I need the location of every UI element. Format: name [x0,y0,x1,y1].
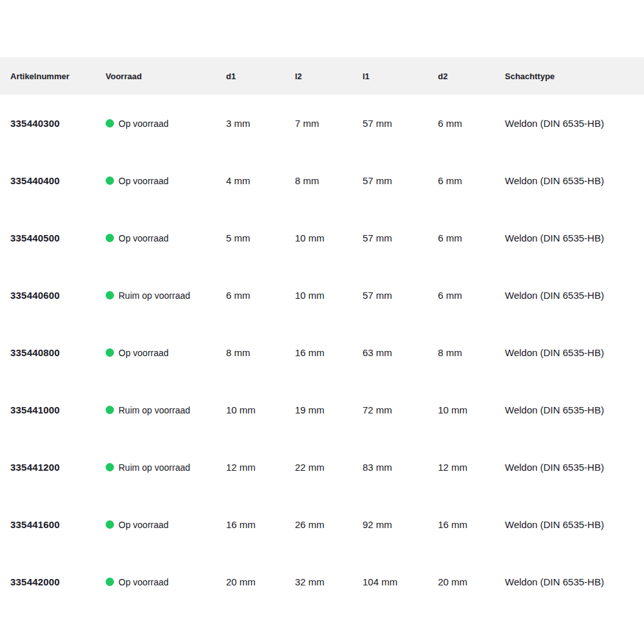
cell-schachttype: Weldon (DIN 6535-HB) [505,290,644,301]
cell-schachttype: Weldon (DIN 6535-HB) [505,118,644,129]
cell-l2: 22 mm [295,462,363,473]
product-spec-table: Artikelnummer Voorraad d1 l2 l1 d2 Schac… [0,57,644,611]
cell-voorraad: Op voorraad [106,233,226,243]
table-row: 335440500 Op voorraad 5 mm 10 mm 57 mm 6… [0,209,644,267]
cell-schachttype: Weldon (DIN 6535-HB) [505,576,644,587]
cell-voorraad: Op voorraad [106,520,226,530]
table-row: 335440800 Op voorraad 8 mm 16 mm 63 mm 8… [0,324,644,381]
cell-l2: 16 mm [295,347,363,358]
stock-dot-icon [106,406,114,414]
cell-d2: 6 mm [438,232,505,243]
stock-dot-icon [106,348,114,357]
cell-schachttype: Weldon (DIN 6535-HB) [505,404,644,415]
cell-schachttype: Weldon (DIN 6535-HB) [505,232,644,243]
cell-voorraad: Op voorraad [106,577,226,587]
table-row: 335440600 Ruim op voorraad 6 mm 10 mm 57… [0,267,644,324]
cell-l2: 8 mm [295,175,363,186]
cell-l1: 57 mm [363,290,438,301]
cell-voorraad: Ruim op voorraad [106,405,226,415]
column-header-voorraad: Voorraad [106,71,226,81]
cell-l2: 7 mm [295,118,363,129]
table-row: 335440300 Op voorraad 3 mm 7 mm 57 mm 6 … [0,95,644,152]
column-header-d2: d2 [438,71,505,81]
cell-schachttype: Weldon (DIN 6535-HB) [505,347,644,358]
cell-l2: 32 mm [295,576,363,587]
cell-artikelnummer: 335440800 [10,347,106,358]
cell-l1: 57 mm [363,118,438,129]
table-header-row: Artikelnummer Voorraad d1 l2 l1 d2 Schac… [0,57,644,95]
cell-voorraad: Op voorraad [106,176,226,186]
cell-l2: 26 mm [295,519,363,530]
column-header-artikelnummer: Artikelnummer [10,71,106,81]
stock-dot-icon [106,291,114,299]
cell-artikelnummer: 335441600 [10,519,106,530]
stock-status-label: Op voorraad [118,176,169,186]
cell-d2: 6 mm [438,118,505,129]
cell-artikelnummer: 335441200 [10,462,106,473]
stock-status-label: Op voorraad [118,348,169,358]
stock-dot-icon [106,234,114,242]
cell-schachttype: Weldon (DIN 6535-HB) [505,519,644,530]
cell-l1: 92 mm [363,519,438,530]
cell-voorraad: Ruim op voorraad [106,462,226,473]
cell-d2: 12 mm [438,462,505,473]
cell-d1: 4 mm [226,175,295,186]
cell-d2: 16 mm [438,519,505,530]
cell-artikelnummer: 335440300 [10,118,106,129]
cell-d2: 10 mm [438,404,505,415]
cell-d1: 16 mm [226,519,295,530]
cell-d2: 20 mm [438,576,505,587]
cell-d2: 6 mm [438,290,505,301]
stock-status-label: Op voorraad [118,577,169,587]
cell-d1: 8 mm [226,347,295,358]
cell-schachttype: Weldon (DIN 6535-HB) [505,462,644,473]
cell-l2: 10 mm [295,232,363,243]
stock-dot-icon [106,176,114,185]
cell-d1: 12 mm [226,462,295,473]
column-header-schachttype: Schachttype [505,71,644,81]
cell-l1: 72 mm [363,404,438,415]
cell-d1: 20 mm [226,576,295,587]
table-row: 335441600 Op voorraad 16 mm 26 mm 92 mm … [0,496,644,553]
stock-status-label: Ruim op voorraad [118,290,190,301]
cell-l1: 104 mm [363,576,438,587]
cell-l1: 83 mm [363,462,438,473]
cell-l2: 10 mm [295,290,363,301]
stock-status-label: Op voorraad [118,233,169,243]
stock-status-label: Op voorraad [118,520,169,530]
cell-d1: 6 mm [226,290,295,301]
cell-artikelnummer: 335440500 [10,232,106,243]
table-row: 335442000 Op voorraad 20 mm 32 mm 104 mm… [0,553,644,611]
stock-status-label: Ruim op voorraad [118,405,190,415]
cell-l1: 63 mm [363,347,438,358]
cell-d2: 6 mm [438,175,505,186]
column-header-d1: d1 [226,71,295,81]
cell-l2: 19 mm [295,404,363,415]
cell-voorraad: Op voorraad [106,348,226,358]
stock-dot-icon [106,463,114,471]
stock-dot-icon [106,578,114,586]
cell-artikelnummer: 335441000 [10,404,106,415]
table-row: 335441200 Ruim op voorraad 12 mm 22 mm 8… [0,439,644,496]
column-header-l1: l1 [363,71,438,81]
cell-d1: 3 mm [226,118,295,129]
stock-status-label: Op voorraad [118,118,169,129]
cell-artikelnummer: 335442000 [10,576,106,587]
cell-artikelnummer: 335440400 [10,175,106,186]
cell-d2: 8 mm [438,347,505,358]
cell-d1: 5 mm [226,232,295,243]
cell-schachttype: Weldon (DIN 6535-HB) [505,175,644,186]
column-header-l2: l2 [295,71,363,81]
cell-d1: 10 mm [226,404,295,415]
stock-dot-icon [106,119,114,128]
table-row: 335440400 Op voorraad 4 mm 8 mm 57 mm 6 … [0,152,644,209]
cell-voorraad: Op voorraad [106,118,226,129]
stock-status-label: Ruim op voorraad [118,462,190,473]
stock-dot-icon [106,520,114,529]
cell-l1: 57 mm [363,232,438,243]
cell-voorraad: Ruim op voorraad [106,290,226,301]
table-row: 335441000 Ruim op voorraad 10 mm 19 mm 7… [0,381,644,439]
cell-artikelnummer: 335440600 [10,290,106,301]
cell-l1: 57 mm [363,175,438,186]
